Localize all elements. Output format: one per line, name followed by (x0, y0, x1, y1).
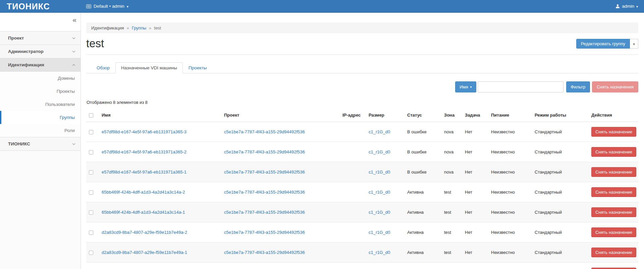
unassign-button[interactable]: Снять назначение (591, 147, 636, 157)
edit-group-button-group: Редактировать группу ▾ (576, 39, 638, 49)
project-link[interactable]: c5e1be7a-7787-4f43-a155-29d94492f536 (224, 170, 305, 175)
row-checkbox[interactable] (89, 210, 93, 215)
zone-cell: nova (441, 162, 462, 182)
project-link[interactable]: c5e1be7a-7787-4f43-a155-29d94492f536 (224, 129, 305, 134)
size-link[interactable]: c1_r1G_d0 (369, 250, 390, 255)
row-checkbox[interactable] (89, 130, 93, 134)
context-switcher[interactable]: Default • admin ▾ (86, 4, 128, 9)
chevron-down-icon: ▾ (127, 5, 128, 8)
brand-logo: ТИОНИКС (0, 0, 81, 13)
tab-overview[interactable]: Обзор (91, 62, 115, 73)
unassign-button[interactable]: Снять назначение (591, 248, 636, 257)
select-all-checkbox[interactable] (89, 113, 93, 118)
unassign-selected-button[interactable]: Снять назначения (592, 81, 638, 92)
task-cell: Нет (462, 202, 488, 222)
size-link[interactable]: c1_r1G_d0 (369, 129, 390, 134)
status-cell: Активна (405, 182, 441, 202)
power-cell: Неизвестно (488, 222, 532, 242)
size-link[interactable]: c1_r1G_d0 (369, 190, 390, 195)
breadcrumb-item[interactable]: Группы (132, 25, 146, 30)
status-cell: В ошибке (405, 162, 441, 182)
main-content: Идентификация»Группы»test test Редактиро… (81, 13, 644, 269)
sidebar-item-domains[interactable]: Домены (0, 72, 80, 85)
unassign-button[interactable]: Снять назначение (591, 127, 636, 137)
unassign-button[interactable]: Снять назначение (591, 187, 636, 197)
unassign-button[interactable]: Снять назначение (591, 207, 636, 217)
sidebar-item-groups[interactable]: Группы (0, 111, 80, 124)
row-checkbox[interactable] (89, 170, 93, 175)
column-header-size: Размер (366, 108, 405, 122)
filter-input[interactable] (478, 81, 564, 92)
vm-name-link[interactable]: 65bb469f-424b-4dff-a1d3-4a2d41a3c14a-1 (102, 210, 185, 215)
table-row: 65bb469f-424b-4dff-a1d3-4a2d41a3c14a-2c5… (86, 182, 638, 202)
sidebar: « ПроектАдминистраторИдентификацияДомены… (0, 13, 81, 269)
size-link[interactable]: c1_r1G_d0 (369, 149, 390, 154)
sidebar-section-admin[interactable]: Администратор (0, 45, 80, 58)
vm-name-link[interactable]: e57df98d-e167-4e5f-97a6-eb131971a365-3 (102, 129, 186, 134)
tab-vdi[interactable]: Назначенные VDI машины (115, 62, 183, 73)
ip-cell (340, 222, 366, 242)
chevron-down-icon: ▾ (470, 85, 472, 89)
unassign-button[interactable]: Снять назначение (591, 268, 636, 269)
power-cell: Неизвестно (488, 262, 532, 269)
zone-cell: nova (441, 122, 462, 142)
power-cell: Неизвестно (488, 142, 532, 162)
project-link[interactable]: c5e1be7a-7787-4f43-a155-29d94492f536 (224, 190, 305, 195)
chevron-down-icon: ▾ (633, 43, 635, 46)
user-icon (615, 4, 620, 8)
ip-cell (340, 162, 366, 182)
sidebar-item-projects[interactable]: Проекты (0, 85, 80, 98)
mode-cell: Стандартный (532, 162, 589, 182)
sidebar-section-identity[interactable]: Идентификация (0, 58, 80, 72)
unassign-button[interactable]: Снять назначение (591, 227, 636, 237)
tab-projects[interactable]: Проекты (183, 62, 212, 73)
ip-cell (340, 122, 366, 142)
size-link[interactable]: c1_r1G_d0 (369, 170, 390, 175)
user-menu[interactable]: admin ▾ (615, 4, 638, 9)
row-checkbox[interactable] (89, 190, 93, 195)
edit-group-button[interactable]: Редактировать группу (576, 39, 630, 49)
sidebar-collapse-button[interactable]: « (72, 16, 76, 23)
vm-name-link[interactable]: e57df98d-e167-4e5f-97a6-eb131971a365-2 (102, 149, 186, 154)
vm-name-link[interactable]: d2a83cd9-8ba7-4807-a29e-f59e11b7e49a-1 (102, 250, 187, 255)
page-title: test (86, 37, 104, 50)
vm-name-link[interactable]: d2a83cd9-8ba7-4807-a29e-f59e11b7e49a-2 (102, 230, 187, 235)
sidebar-section-label: ТИОНИКС (8, 141, 30, 146)
power-cell: Неизвестно (488, 202, 532, 222)
breadcrumb-item: test (154, 25, 161, 30)
mode-cell: Стандартный (532, 182, 589, 202)
size-link[interactable]: c1_r1G_d0 (369, 210, 390, 215)
chevron-down-icon: ▾ (636, 5, 638, 8)
row-checkbox[interactable] (89, 150, 93, 154)
project-link[interactable]: c5e1be7a-7787-4f43-a155-29d94492f536 (224, 149, 305, 154)
sidebar-item-roles[interactable]: Роли (0, 124, 80, 137)
vm-name-link[interactable]: 65bb469f-424b-4dff-a1d3-4a2d41a3c14a-2 (102, 190, 185, 195)
sidebar-section-tionix[interactable]: ТИОНИКС (0, 137, 80, 151)
ip-cell (340, 202, 366, 222)
chevron-down-icon (72, 143, 75, 145)
column-header-actions: Действия (589, 108, 638, 122)
filter-button[interactable]: Фильтр (566, 81, 590, 92)
unassign-button[interactable]: Снять назначение (591, 167, 636, 177)
sidebar-item-users[interactable]: Пользователи (0, 98, 80, 111)
sidebar-collapse-row: « (0, 13, 80, 31)
row-checkbox[interactable] (89, 251, 93, 255)
status-cell: В ошибке (405, 122, 441, 142)
ip-cell (340, 142, 366, 162)
status-cell: Активна (405, 242, 441, 262)
size-link[interactable]: c1_r1G_d0 (369, 230, 390, 235)
status-cell: В ошибке (405, 262, 441, 269)
project-link[interactable]: c5e1be7a-7787-4f43-a155-29d94492f536 (224, 210, 305, 215)
row-checkbox[interactable] (89, 230, 93, 235)
zone-cell: test (441, 242, 462, 262)
edit-group-dropdown-toggle[interactable]: ▾ (630, 39, 638, 49)
vdi-table-body: e57df98d-e167-4e5f-97a6-eb131971a365-3c5… (86, 122, 638, 269)
filter-field-dropdown[interactable]: Имя ▾ (455, 81, 476, 92)
vm-name-link[interactable]: e57df98d-e167-4e5f-97a6-eb131971a365-1 (102, 170, 186, 175)
chevron-down-icon (72, 51, 75, 53)
mode-cell: Стандартный (532, 142, 589, 162)
project-link[interactable]: c5e1be7a-7787-4f43-a155-29d94492f536 (224, 230, 305, 235)
project-link[interactable]: c5e1be7a-7787-4f43-a155-29d94492f536 (224, 250, 305, 255)
chevron-up-icon (72, 64, 75, 66)
sidebar-section-project[interactable]: Проект (0, 31, 80, 45)
